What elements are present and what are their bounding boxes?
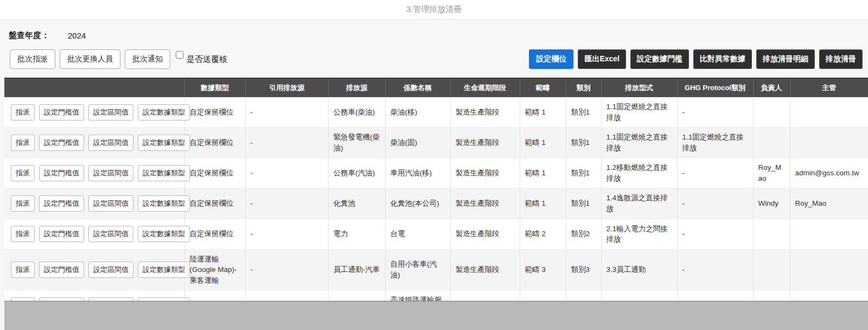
row-actions-cell: 指派設定門檻值設定區間值設定數據類型 (4, 188, 184, 219)
table-cell: 製造生產階段 (450, 188, 520, 219)
table-cell: 1.1固定燃燒之直接排放 (601, 97, 677, 128)
send-review-checkbox[interactable] (176, 51, 183, 59)
table-cell (753, 97, 790, 128)
table-header-row: 數據類型引用排放源排放源係數名稱生命週期階段範疇類別排放型式GHG Protoc… (4, 78, 868, 97)
column-header: GHG Protocol類別 (677, 78, 753, 97)
table-cell: - (677, 249, 753, 290)
set-data-type-button[interactable]: 設定數據類型 (138, 195, 190, 212)
table-cell: 製造生產階段 (450, 97, 520, 128)
table-cell: 1.2移動燃燒之直接排放 (601, 158, 677, 188)
column-header: 範疇 (520, 78, 566, 97)
set-interval-button[interactable]: 設定區間值 (88, 226, 133, 242)
table-cell: 類別1 (566, 188, 601, 219)
set-data-threshold-button[interactable]: 設定數據門檻 (630, 49, 689, 69)
table-cell: 柴油(固) (385, 128, 450, 158)
table-cell: - (245, 128, 328, 158)
table-cell: 自定保留欄位 (184, 158, 245, 188)
inventory-button[interactable]: 排放清冊 (819, 49, 863, 69)
table-cell: - (245, 158, 328, 188)
table-cell: 範疇 1 (520, 158, 566, 188)
toolbar: 批次指派批次更換人員批次通知 是否送覆核 設定欄位匯出Excel設定數據門檻比對… (5, 49, 868, 69)
column-header: 主管 (790, 78, 868, 97)
table-cell: 製造生產階段 (450, 158, 520, 188)
table-cell: 3.3員工通勤 (601, 249, 677, 290)
set-interval-button[interactable]: 設定區間值 (88, 262, 133, 278)
batch-notify-button[interactable]: 批次通知 (125, 49, 170, 69)
table-cell: 1.1固定燃燒之直接排放 (677, 128, 753, 158)
set-data-type-button[interactable]: 設定數據類型 (138, 262, 190, 278)
assign-button[interactable]: 指派 (11, 262, 35, 278)
batch-change-personnel-button[interactable]: 批次更換人員 (60, 49, 120, 69)
table-cell: 範疇 3 (520, 249, 566, 290)
table-cell: 製造生產階段 (450, 128, 520, 158)
table-cell: - (245, 219, 328, 249)
table-cell (790, 219, 868, 249)
table-cell (753, 128, 790, 158)
table-cell: 範疇 1 (520, 128, 566, 158)
table-cell: 車用汽油(移) (385, 158, 450, 188)
inventory-year-label: 盤查年度： (9, 30, 49, 41)
send-review-label: 是否送覆核 (187, 54, 227, 65)
set-data-type-button[interactable]: 設定數據類型 (138, 226, 190, 242)
table-cell: 範疇 2 (520, 219, 566, 249)
set-threshold-button[interactable]: 設定門檻值 (39, 226, 84, 242)
set-data-type-button[interactable]: 設定數據類型 (138, 135, 190, 151)
set-threshold-button[interactable]: 設定門檻值 (39, 262, 84, 278)
table-cell: - (677, 188, 753, 219)
column-header: 排放型式 (601, 78, 677, 97)
column-header: 排放源 (328, 78, 385, 97)
set-threshold-button[interactable]: 設定門檻值 (39, 135, 84, 151)
row-actions-cell: 指派設定門檻值設定區間值設定數據類型 (4, 249, 184, 290)
assign-button[interactable]: 指派 (11, 135, 35, 151)
row-actions-cell: 指派設定門檻值設定區間值設定數據類型 (4, 97, 184, 128)
set-interval-button[interactable]: 設定區間值 (88, 165, 133, 181)
table-cell: 員工通勤-汽車 (328, 249, 385, 290)
set-data-type-button[interactable]: 設定數據類型 (138, 165, 190, 181)
set-threshold-button[interactable]: 設定門檻值 (39, 104, 84, 120)
table-cell: 1.4逸散源之直接排放 (601, 188, 677, 219)
assign-button[interactable]: 指派 (11, 226, 35, 242)
export-excel-button[interactable]: 匯出Excel (578, 49, 626, 69)
assign-button[interactable]: 指派 (11, 195, 35, 212)
table-row: 指派設定門檻值設定區間值設定數據類型自定保留欄位-化糞池化糞池(本公司)製造生產… (4, 188, 868, 219)
table-cell: 化糞池(本公司) (385, 188, 450, 219)
set-columns-button[interactable]: 設定欄位 (529, 49, 573, 69)
set-data-type-button[interactable]: 設定數據類型 (138, 104, 190, 120)
table-cell: 類別1 (566, 158, 601, 188)
inventory-detail-button[interactable]: 排放清冊明細 (756, 49, 815, 69)
assign-button[interactable]: 指派 (11, 104, 35, 120)
emission-inventory-table: 數據類型引用排放源排放源係數名稱生命週期階段範疇類別排放型式GHG Protoc… (4, 78, 868, 330)
table-row: 指派設定門檻值設定區間值設定數據類型自定保留欄位-公務車(柴油)柴油(移)製造生… (4, 97, 868, 128)
table-cell: 類別1 (566, 97, 601, 128)
actions-column-header (4, 78, 184, 97)
table-cell: Roy_Mao (753, 158, 790, 188)
table-cell: - (245, 249, 328, 290)
table-cell: 公務車(柴油) (328, 97, 385, 128)
table-cell: 自定保留欄位 (184, 97, 245, 128)
table-cell: 公務車(汽油) (328, 158, 385, 188)
batch-assign-button[interactable]: 批次指派 (10, 49, 55, 69)
compare-abnormal-data-button[interactable]: 比對異常數據 (693, 49, 752, 69)
inventory-year-row: 盤查年度： 2024 (9, 30, 868, 41)
assign-button[interactable]: 指派 (11, 165, 35, 181)
title-bar: 3.管理排放清冊 (0, 0, 868, 20)
table-cell: - (677, 219, 753, 249)
table-row: 指派設定門檻值設定區間值設定數據類型陸運運輸(Google Map)-乘客運輸-… (4, 249, 868, 290)
main-content: 盤查年度： 2024 批次指派批次更換人員批次通知 是否送覆核 設定欄位匯出Ex… (0, 30, 868, 330)
table-cell: 自定保留欄位 (184, 219, 245, 249)
set-threshold-button[interactable]: 設定門檻值 (39, 195, 84, 212)
table-cell (790, 128, 868, 158)
table-cell (790, 249, 868, 290)
table-cell: 自用小客車(汽油) (385, 249, 450, 290)
set-interval-button[interactable]: 設定區間值 (88, 195, 133, 212)
footer-band (4, 301, 868, 330)
table-row: 指派設定門檻值設定區間值設定數據類型自定保留欄位-公務車(汽油)車用汽油(移)製… (4, 158, 868, 188)
table-cell (790, 97, 868, 128)
table-cell: Windy (753, 188, 790, 219)
table-cell: - (245, 97, 328, 128)
table-row: 指派設定門檻值設定區間值設定數據類型自定保留欄位-電力台電製造生產階段範疇 2類… (4, 219, 868, 249)
set-threshold-button[interactable]: 設定門檻值 (39, 165, 84, 181)
table-cell (753, 219, 790, 249)
set-interval-button[interactable]: 設定區間值 (88, 135, 133, 151)
set-interval-button[interactable]: 設定區間值 (88, 104, 133, 120)
